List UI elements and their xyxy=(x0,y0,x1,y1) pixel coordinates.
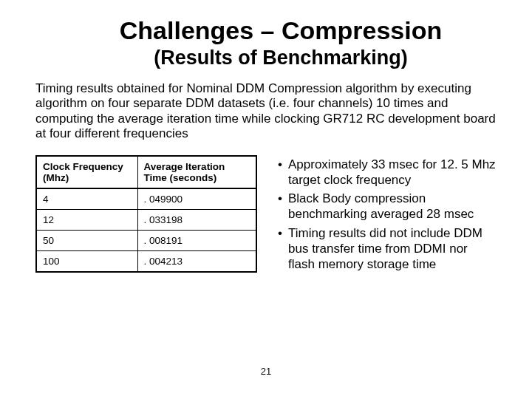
table-row: 4 . 049900 xyxy=(36,188,256,210)
cell-freq: 12 xyxy=(36,209,137,230)
cell-time: . 004213 xyxy=(137,250,256,272)
table-header-frequency: Clock Frequency (Mhz) xyxy=(36,156,137,188)
bullet-dot-icon: • xyxy=(272,225,288,273)
bullet-list: • Approximately 33 msec for 12. 5 Mhz ta… xyxy=(272,157,497,273)
slide-description: Timing results obtained for Nominal DDM … xyxy=(35,81,497,142)
slide: Challenges – Compression (Results of Ben… xyxy=(0,0,532,399)
content-row: Clock Frequency (Mhz) Average Iteration … xyxy=(35,155,497,276)
bullet-text: Approximately 33 msec for 12. 5 Mhz targ… xyxy=(288,157,497,188)
bullet-dot-icon: • xyxy=(272,191,288,222)
cell-freq: 100 xyxy=(36,250,137,272)
results-table-wrap: Clock Frequency (Mhz) Average Iteration … xyxy=(35,155,257,276)
cell-time: . 049900 xyxy=(137,188,256,210)
bullet-text: Black Body compression benchmarking aver… xyxy=(288,191,497,222)
results-table: Clock Frequency (Mhz) Average Iteration … xyxy=(35,155,257,273)
cell-freq: 4 xyxy=(36,188,137,210)
table-header-row: Clock Frequency (Mhz) Average Iteration … xyxy=(36,156,256,188)
table-row: 12 . 033198 xyxy=(36,209,256,230)
cell-time: . 008191 xyxy=(137,230,256,250)
list-item: • Black Body compression benchmarking av… xyxy=(272,191,497,222)
cell-freq: 50 xyxy=(36,230,137,250)
page-number: 21 xyxy=(0,366,532,377)
bullet-text: Timing results did not include DDM bus t… xyxy=(288,225,497,273)
table-row: 100 . 004213 xyxy=(36,250,256,272)
table-header-time: Average Iteration Time (seconds) xyxy=(137,156,256,188)
slide-title: Challenges – Compression xyxy=(65,16,497,45)
cell-time: . 033198 xyxy=(137,209,256,230)
slide-subtitle: (Results of Benchmarking) xyxy=(65,47,497,69)
list-item: • Timing results did not include DDM bus… xyxy=(272,225,497,273)
table-row: 50 . 008191 xyxy=(36,230,256,250)
list-item: • Approximately 33 msec for 12. 5 Mhz ta… xyxy=(272,157,497,188)
bullets-wrap: • Approximately 33 msec for 12. 5 Mhz ta… xyxy=(272,155,497,276)
bullet-dot-icon: • xyxy=(272,157,288,188)
